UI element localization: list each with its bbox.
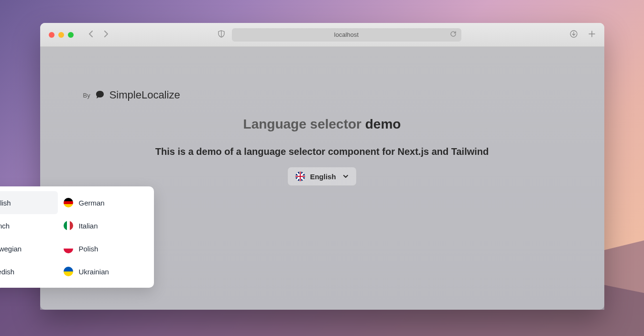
language-option-it[interactable]: Italian	[58, 214, 149, 237]
plus-icon	[588, 30, 596, 38]
maximize-window-button[interactable]	[68, 32, 74, 38]
language-option-label: French	[0, 222, 10, 230]
flag-icon-ua	[64, 267, 73, 276]
close-window-button[interactable]	[49, 32, 55, 38]
language-option-ua[interactable]: Ukrainian	[58, 260, 149, 283]
forward-button[interactable]	[103, 31, 109, 39]
language-option-label: English	[0, 199, 11, 207]
language-option-label: Italian	[79, 222, 98, 230]
language-option-pl[interactable]: Polish	[58, 237, 149, 260]
language-option-label: Polish	[79, 245, 98, 253]
brand-header: By SimpleLocalize	[83, 89, 561, 101]
flag-icon-de	[64, 198, 73, 207]
chevron-down-icon	[343, 173, 349, 180]
downloads-button[interactable]	[570, 30, 578, 40]
flag-icon-gb	[295, 172, 305, 181]
language-option-label: Ukrainian	[79, 268, 109, 276]
privacy-shield-icon[interactable]	[218, 30, 225, 39]
download-icon	[570, 30, 578, 38]
new-tab-button[interactable]	[588, 30, 596, 40]
brand-name: SimpleLocalize	[109, 89, 180, 101]
language-option-fr[interactable]: French	[0, 214, 58, 237]
window-controls	[49, 32, 74, 38]
browser-toolbar: localhost	[40, 23, 604, 47]
current-language-label: English	[310, 173, 336, 181]
language-option-label: Swedish	[0, 268, 14, 276]
brand-logo-icon	[94, 89, 106, 101]
language-option-label: Norwegian	[0, 245, 22, 253]
language-option-label: German	[79, 199, 105, 207]
flag-icon-pl	[64, 244, 73, 253]
minimize-window-button[interactable]	[58, 32, 64, 38]
address-bar[interactable]: localhost	[232, 28, 461, 42]
nav-buttons	[88, 31, 109, 39]
address-text: localhost	[334, 31, 359, 38]
reload-icon	[450, 31, 457, 37]
by-label: By	[83, 92, 90, 99]
language-option-gb[interactable]: English	[0, 191, 58, 214]
page-content: By SimpleLocalize Language selector demo…	[40, 47, 604, 310]
reload-button[interactable]	[450, 31, 457, 39]
browser-window: localhost By SimpleLocalize	[40, 23, 604, 310]
flag-icon-it	[64, 221, 73, 230]
back-button[interactable]	[88, 31, 94, 39]
page-title: Language selector demo	[83, 117, 561, 132]
language-option-de[interactable]: German	[58, 191, 149, 214]
language-option-no[interactable]: Norwegian	[0, 237, 58, 260]
page-subtitle: This is a demo of a language selector co…	[83, 146, 561, 157]
language-dropdown: EnglishGermanFrenchItalianNorwegianPolis…	[0, 186, 154, 288]
language-selector-button[interactable]: English	[287, 167, 356, 186]
chevron-right-icon	[103, 31, 109, 37]
chevron-left-icon	[88, 31, 94, 37]
toolbar-actions	[570, 30, 596, 40]
language-option-se[interactable]: Swedish	[0, 260, 58, 283]
